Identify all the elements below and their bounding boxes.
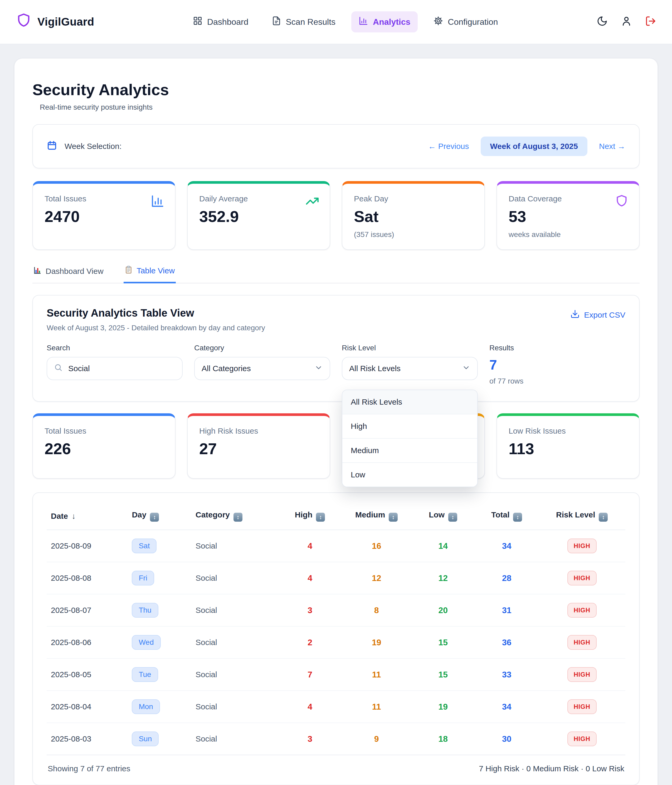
- results-label: Results: [489, 344, 625, 352]
- sort-icon[interactable]: [448, 513, 457, 522]
- dropdown-option-all-risk-levels[interactable]: All Risk Levels: [342, 390, 477, 414]
- stat-value: 113: [509, 440, 627, 458]
- stat-label: Data Coverage: [509, 194, 627, 203]
- stat-label: High Risk Issues: [199, 427, 318, 435]
- main-nav: Dashboard Scan Results Analytics Configu…: [94, 11, 597, 33]
- analytics-table: Date Day Category High Medium Low Total …: [47, 502, 625, 755]
- app-header: VigilGuard Dashboard Scan Results Analyt…: [0, 0, 672, 44]
- day-badge: Tue: [132, 667, 158, 682]
- stat-value: Sat: [354, 208, 473, 226]
- export-csv-button[interactable]: Export CSV: [570, 309, 625, 321]
- risk-level-badge: HIGH: [567, 699, 597, 714]
- stat-label: Low Risk Issues: [509, 427, 627, 435]
- risk-level-badge: HIGH: [567, 603, 597, 618]
- dropdown-option-medium[interactable]: Medium: [342, 438, 477, 462]
- stat-card-peak-day: Peak Day Sat (357 issues): [342, 181, 485, 250]
- table-header-row: Date Day Category High Medium Low Total …: [47, 502, 625, 530]
- column-header-high: High: [278, 502, 342, 530]
- stat-card-filtered-total: Total Issues 226: [33, 413, 175, 479]
- user-icon: [621, 16, 632, 28]
- logout-button[interactable]: [645, 16, 656, 28]
- week-selection-controls: ← Previous Week of August 3, 2025 Next →: [428, 136, 625, 156]
- nav-item-scan-results[interactable]: Scan Results: [264, 11, 343, 33]
- category-filter: Category All Categories: [194, 344, 330, 385]
- table-row: 2025-08-05 Tue Social 7 11 15 33 HIGH: [47, 658, 625, 691]
- shield-icon: [615, 194, 628, 210]
- sort-icon[interactable]: [599, 513, 608, 522]
- summary-stats-row: Total Issues 2470 Daily Average 352.9 Pe…: [33, 181, 639, 250]
- nav-label: Scan Results: [286, 17, 336, 27]
- calendar-icon: [47, 140, 57, 153]
- table-row: 2025-08-04 Mon Social 4 11 19 34 HIGH: [47, 691, 625, 723]
- dropdown-option-low[interactable]: Low: [342, 462, 477, 486]
- nav-item-configuration[interactable]: Configuration: [426, 11, 505, 33]
- results-count: 7: [489, 357, 625, 373]
- table-row: 2025-08-06 Wed Social 2 19 15 36 HIGH: [47, 626, 625, 658]
- sort-desc-icon[interactable]: [72, 511, 76, 520]
- stat-value: 27: [199, 440, 318, 458]
- day-badge: Sat: [132, 538, 156, 553]
- trending-up-icon: [305, 194, 319, 210]
- stat-value: 226: [45, 440, 163, 458]
- dropdown-option-high[interactable]: High: [342, 414, 477, 438]
- moon-icon: [597, 16, 608, 28]
- column-header-date: Date: [47, 502, 128, 530]
- table-footer: Showing 7 of 77 entries 7 High Risk · 0 …: [47, 755, 625, 776]
- tab-dashboard-view[interactable]: Dashboard View: [33, 264, 105, 283]
- column-header-risk-level: Risk Level: [539, 502, 625, 530]
- day-badge: Fri: [132, 571, 154, 585]
- dark-mode-toggle[interactable]: [597, 16, 608, 28]
- user-menu-button[interactable]: [621, 16, 632, 28]
- nav-item-analytics[interactable]: Analytics: [351, 11, 418, 33]
- brand-name: VigilGuard: [38, 16, 94, 28]
- bar-chart-icon: [359, 16, 368, 28]
- tab-table-view[interactable]: Table View: [123, 264, 176, 283]
- table-row: 2025-08-08 Fri Social 4 12 12 28 HIGH: [47, 562, 625, 594]
- risk-level-badge: HIGH: [567, 571, 597, 585]
- entries-summary: Showing 7 of 77 entries: [48, 764, 130, 773]
- chevron-down-icon: [314, 363, 323, 374]
- sort-icon[interactable]: [233, 513, 242, 522]
- risk-level-dropdown: All Risk Levels High Medium Low: [342, 389, 478, 487]
- previous-week-button[interactable]: ← Previous: [428, 142, 469, 151]
- table-view-title: Security Analytics Table View: [47, 307, 265, 319]
- column-header-total: Total: [475, 502, 539, 530]
- grid-icon: [193, 16, 202, 28]
- stat-value: 53: [509, 208, 627, 226]
- risk-level-badge: HIGH: [567, 538, 597, 553]
- risk-level-filter: Risk Level All Risk Levels All Risk Leve…: [342, 344, 478, 385]
- search-input[interactable]: [67, 363, 175, 374]
- tab-label: Dashboard View: [45, 267, 103, 276]
- sort-icon[interactable]: [513, 513, 522, 522]
- next-week-button[interactable]: Next →: [599, 142, 625, 151]
- table-row: 2025-08-09 Sat Social 4 16 14 34 HIGH: [47, 530, 625, 562]
- document-icon: [272, 16, 281, 28]
- page-title: Security Analytics: [33, 81, 639, 99]
- stat-sub: weeks available: [509, 230, 627, 239]
- category-select[interactable]: All Categories: [194, 357, 330, 380]
- nav-item-dashboard[interactable]: Dashboard: [186, 11, 256, 33]
- nav-label: Configuration: [448, 17, 498, 27]
- table-view-card-header: Security Analytics Table View Week of Au…: [47, 307, 625, 332]
- stat-label: Peak Day: [354, 194, 473, 203]
- download-icon: [570, 309, 580, 321]
- column-header-day: Day: [128, 502, 191, 530]
- sort-icon[interactable]: [389, 513, 398, 522]
- column-header-category: Category: [191, 502, 278, 530]
- current-week-pill[interactable]: Week of August 3, 2025: [481, 136, 588, 156]
- export-csv-label: Export CSV: [584, 311, 625, 319]
- results-total: of 77 rows: [489, 377, 625, 385]
- sort-icon[interactable]: [316, 513, 325, 522]
- day-badge: Wed: [132, 635, 161, 650]
- week-selection-left: Week Selection:: [47, 140, 122, 153]
- results-summary: Results 7 of 77 rows: [489, 344, 625, 385]
- shield-logo-icon: [16, 13, 31, 31]
- sort-icon[interactable]: [150, 513, 159, 522]
- search-icon: [54, 363, 63, 374]
- stat-label: Total Issues: [45, 194, 163, 203]
- logout-icon: [645, 16, 656, 28]
- category-label: Category: [194, 344, 330, 352]
- week-selection-label: Week Selection:: [64, 142, 122, 151]
- risk-level-badge: HIGH: [567, 635, 597, 650]
- risk-level-select[interactable]: All Risk Levels: [342, 357, 478, 380]
